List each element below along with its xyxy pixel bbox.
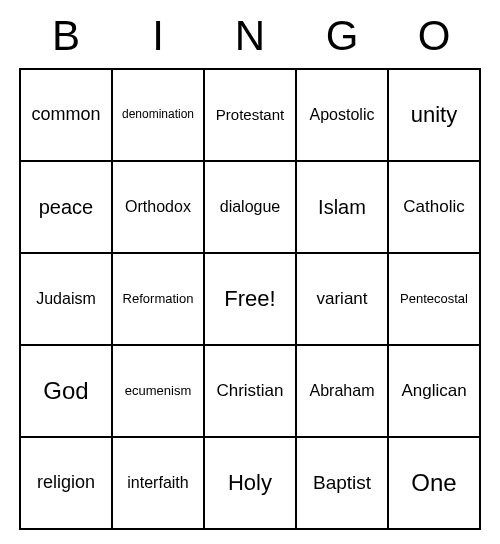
bingo-cell[interactable]: Pentecostal — [388, 253, 480, 345]
bingo-cell[interactable]: Islam — [296, 161, 388, 253]
bingo-cell[interactable]: Christian — [204, 345, 296, 437]
cell-text: Catholic — [403, 198, 464, 217]
cell-text: religion — [37, 473, 95, 493]
cell-text: Baptist — [313, 473, 371, 494]
cell-text: denomination — [122, 108, 194, 121]
bingo-cell[interactable]: Protestant — [204, 69, 296, 161]
bingo-cell[interactable]: Apostolic — [296, 69, 388, 161]
bingo-cell[interactable]: ecumenism — [112, 345, 204, 437]
cell-text: Protestant — [216, 107, 284, 124]
bingo-cell[interactable]: Anglican — [388, 345, 480, 437]
header-letter-b: B — [20, 12, 112, 60]
bingo-cell[interactable]: Judaism — [20, 253, 112, 345]
header-letter-n: N — [204, 12, 296, 60]
bingo-cell[interactable]: unity — [388, 69, 480, 161]
cell-text: One — [411, 470, 456, 496]
bingo-cell[interactable]: One — [388, 437, 480, 529]
bingo-cell[interactable]: Abraham — [296, 345, 388, 437]
bingo-cell[interactable]: Orthodox — [112, 161, 204, 253]
bingo-cell[interactable]: Reformation — [112, 253, 204, 345]
bingo-cell-free[interactable]: Free! — [204, 253, 296, 345]
header-letter-i: I — [112, 12, 204, 60]
cell-text: Reformation — [123, 292, 194, 306]
header-letter-o: O — [388, 12, 480, 60]
cell-text: Abraham — [310, 382, 375, 400]
cell-text: ecumenism — [125, 384, 191, 398]
cell-text: dialogue — [220, 198, 281, 216]
cell-text: Pentecostal — [400, 292, 468, 306]
bingo-header: B I N G O — [20, 12, 480, 60]
cell-text: Christian — [216, 382, 283, 401]
bingo-cell[interactable]: dialogue — [204, 161, 296, 253]
cell-text: Judaism — [36, 290, 96, 308]
bingo-cell[interactable]: interfaith — [112, 437, 204, 529]
cell-text: Holy — [228, 471, 272, 495]
cell-text: Free! — [224, 287, 275, 311]
cell-text: interfaith — [127, 474, 188, 492]
bingo-cell[interactable]: variant — [296, 253, 388, 345]
cell-text: variant — [316, 290, 367, 309]
cell-text: peace — [39, 196, 94, 218]
bingo-cell[interactable]: peace — [20, 161, 112, 253]
bingo-cell[interactable]: Catholic — [388, 161, 480, 253]
bingo-cell[interactable]: common — [20, 69, 112, 161]
cell-text: God — [43, 378, 88, 404]
cell-text: common — [31, 105, 100, 125]
bingo-cell[interactable]: denomination — [112, 69, 204, 161]
bingo-cell[interactable]: religion — [20, 437, 112, 529]
cell-text: Orthodox — [125, 198, 191, 216]
bingo-cell[interactable]: Baptist — [296, 437, 388, 529]
header-letter-g: G — [296, 12, 388, 60]
cell-text: Anglican — [401, 382, 466, 401]
cell-text: Apostolic — [310, 106, 375, 124]
bingo-grid: common denomination Protestant Apostolic… — [19, 68, 481, 530]
cell-text: unity — [411, 103, 457, 127]
cell-text: Islam — [318, 196, 366, 218]
bingo-cell[interactable]: God — [20, 345, 112, 437]
bingo-cell[interactable]: Holy — [204, 437, 296, 529]
